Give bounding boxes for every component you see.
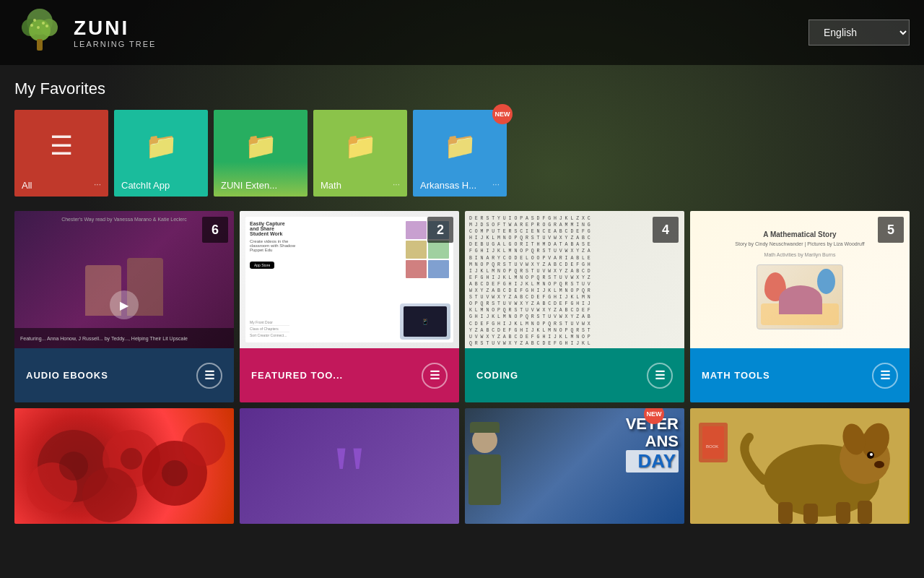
svg-rect-28 (803, 504, 818, 524)
math-book-bg: A Mathematical Story Story by Cindy Neus… (690, 211, 910, 348)
logo-subtitle: LEARNING TREE (74, 40, 156, 48)
tile-menu-icon[interactable]: ☰ (196, 363, 222, 389)
content-tile-math-tools[interactable]: A Mathematical Story Story by Cindy Neus… (690, 211, 910, 402)
svg-point-18 (162, 460, 188, 486)
bottom-tile-quotes[interactable]: " (240, 408, 459, 524)
folder-icon: 📁 (145, 131, 178, 161)
language-select[interactable]: English Spanish (808, 20, 910, 46)
favorites-title: My Favorites (14, 79, 910, 98)
favorites-row: ☰ All ··· 📁 CatchIt App 📁 ZUNI Exten... … (14, 110, 910, 197)
logo-area: ZUNI LEARNING TREE (14, 7, 156, 58)
tile-title: FEATURED TOO... (251, 370, 343, 381)
veterans-text: VETER ANS DAY (626, 415, 679, 473)
audio-subtitle: Featuring... Anna Honow, J Russell... by… (14, 328, 234, 348)
svg-rect-27 (778, 502, 793, 524)
fav-tile-arkansas[interactable]: new 📁 Arkansas H... ··· (413, 110, 507, 197)
fav-tile-label: CatchIt App (121, 180, 170, 191)
svg-point-16 (59, 452, 88, 480)
tile-thumbnail-coding: D E R S T Y U I O P A S D F G H J K L Z … (465, 211, 684, 348)
soldier-figure (472, 408, 501, 524)
tile-title: MATH TOOLS (702, 370, 770, 381)
folder-icon: 📁 (245, 131, 277, 161)
tile-footer-math: MATH TOOLS ☰ (690, 348, 910, 402)
audio-bg: Chester's Way read by Vanessa Marano & K… (14, 211, 234, 348)
svg-point-15 (182, 423, 225, 466)
svg-point-7 (37, 26, 40, 29)
folder-icon: 📁 (444, 131, 476, 161)
fav-tile-dots: ··· (492, 179, 500, 189)
logo-icon (14, 7, 65, 58)
tile-count-badge: 5 (878, 217, 904, 243)
new-badge: new (492, 104, 513, 124)
svg-rect-32 (702, 426, 724, 459)
fav-tile-all[interactable]: ☰ All ··· (14, 110, 108, 197)
bottom-tile-animal[interactable]: BOOK (690, 408, 910, 524)
content-tile-featured-tools[interactable]: Easily Captureand ShareStudent Work Crea… (240, 211, 459, 402)
fav-tile-dots: ··· (393, 179, 400, 189)
word-search: D E R S T Y U I O P A S D F G H J K L Z … (465, 211, 684, 348)
logo-text: ZUNI LEARNING TREE (74, 17, 156, 48)
fav-tile-catchit[interactable]: 📁 CatchIt App (114, 110, 208, 197)
content-tile-coding[interactable]: D E R S T Y U I O P A S D F G H J K L Z … (465, 211, 684, 402)
bottom-tile-cells[interactable] (14, 408, 234, 524)
tile-thumbnail-featured: Easily Captureand ShareStudent Work Crea… (240, 211, 459, 348)
fav-tile-label: Math (321, 180, 341, 191)
tile-title: CODING (476, 370, 518, 381)
tile-footer-coding: CODING ☰ (465, 348, 684, 402)
tile-thumbnail-audio: Chester's Way read by Vanessa Marano & K… (14, 211, 234, 348)
svg-rect-4 (37, 39, 43, 51)
quote-marks: " (332, 442, 367, 512)
featured-bg: Easily Captureand ShareStudent Work Crea… (240, 211, 459, 348)
tile-footer-audio: AUDIO EBOOKS ☰ (14, 348, 234, 402)
tile-menu-icon[interactable]: ☰ (647, 363, 673, 389)
bottom-tile-veterans[interactable]: new VETER ANS DAY (465, 408, 684, 524)
animal-svg: BOOK (690, 408, 910, 524)
quotes-bg: " (240, 408, 459, 524)
fav-tile-dots: ··· (94, 179, 101, 189)
list-icon: ☰ (50, 131, 73, 161)
svg-point-14 (82, 467, 137, 522)
animal-bg: BOOK (690, 408, 910, 524)
svg-text:BOOK: BOOK (706, 444, 718, 449)
content-grid: Chester's Way read by Vanessa Marano & K… (14, 211, 910, 402)
fav-tile-zuni[interactable]: 📁 ZUNI Exten... (214, 110, 308, 197)
tile-thumbnail-math: A Mathematical Story Story by Cindy Neus… (690, 211, 910, 348)
tile-count-badge: 4 (653, 217, 679, 243)
content-tile-audio-ebooks[interactable]: Chester's Way read by Vanessa Marano & K… (14, 211, 234, 402)
folder-icon: 📁 (344, 131, 377, 161)
sidebar-items: My Front Door Class of Chapters Sort Cre… (250, 319, 289, 338)
svg-point-6 (42, 22, 45, 25)
tile-menu-icon[interactable]: ☰ (422, 363, 448, 389)
svg-point-8 (45, 25, 48, 27)
audio-label: Chester's Way read by Vanessa Marano & K… (61, 217, 187, 222)
svg-point-25 (870, 453, 873, 456)
main-content: My Favorites ☰ All ··· 📁 CatchIt App 📁 Z… (0, 65, 924, 538)
ipad-image: 📱 (400, 303, 450, 340)
book-illustration (757, 264, 843, 329)
fav-tile-label: All (22, 180, 32, 191)
fav-tile-label: Arkansas H... (420, 180, 476, 191)
featured-inner: Easily Captureand ShareStudent Work Crea… (245, 217, 453, 342)
svg-rect-29 (836, 502, 850, 524)
svg-point-3 (29, 20, 51, 41)
fav-tile-label: ZUNI Exten... (221, 180, 277, 191)
play-button: ▶ (110, 290, 139, 319)
svg-point-9 (30, 24, 33, 27)
svg-point-26 (874, 461, 884, 468)
tile-footer-featured: FEATURED TOO... ☰ (240, 348, 459, 402)
tile-menu-icon[interactable]: ☰ (872, 363, 898, 389)
veterans-bg: VETER ANS DAY (465, 408, 684, 524)
fav-tile-math[interactable]: 📁 Math ··· (313, 110, 407, 197)
logo-zuni: ZUNI (74, 17, 156, 40)
svg-point-5 (33, 19, 36, 22)
book-content: A Mathematical Story Story by Cindy Neus… (697, 230, 902, 329)
tile-count-badge: 2 (427, 217, 453, 243)
header: ZUNI LEARNING TREE English Spanish (0, 0, 924, 65)
svg-point-17 (121, 448, 142, 470)
tile-count-badge: 6 (202, 217, 228, 243)
svg-rect-30 (858, 501, 872, 524)
tile-title: AUDIO EBOOKS (26, 370, 108, 381)
cells-svg (14, 408, 234, 524)
cells-bg (14, 408, 234, 524)
bottom-grid: " new VETER (14, 408, 910, 524)
